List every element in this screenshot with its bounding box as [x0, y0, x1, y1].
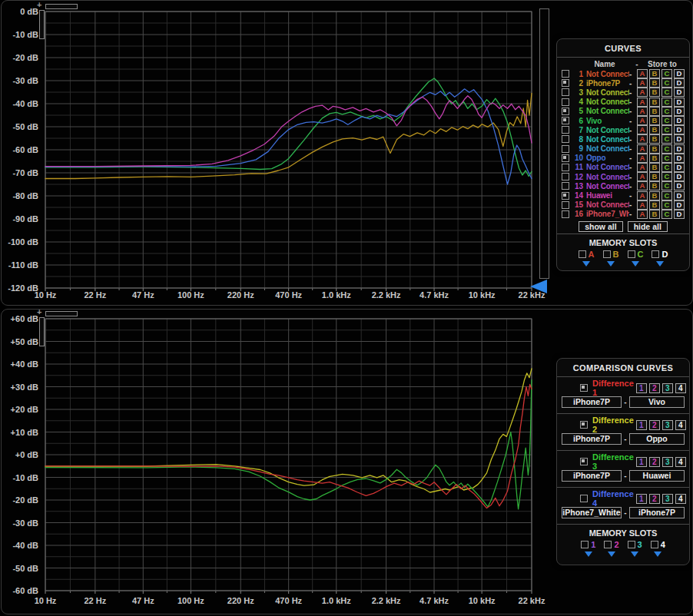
- store-to-b-button[interactable]: B: [649, 144, 660, 154]
- store-to-c-button[interactable]: C: [662, 210, 672, 219]
- zoom-plus-icon[interactable]: +: [37, 308, 41, 316]
- store-to-b-button[interactable]: B: [649, 78, 660, 88]
- store-to-slot-1-button[interactable]: 1: [636, 383, 647, 393]
- store-to-b-button[interactable]: B: [649, 172, 660, 181]
- store-to-d-button[interactable]: D: [674, 172, 685, 181]
- store-to-slot-4-button[interactable]: 4: [675, 383, 686, 393]
- store-to-slot-2-button[interactable]: 2: [649, 420, 660, 430]
- minuend-curve-selector[interactable]: iPhone7_White: [562, 507, 622, 518]
- store-to-a-button[interactable]: A: [637, 88, 648, 97]
- store-to-b-button[interactable]: B: [649, 125, 660, 134]
- store-to-slot-1-button[interactable]: 1: [636, 494, 647, 504]
- difference-visibility-checkbox[interactable]: [580, 421, 588, 429]
- store-to-slot-4-button[interactable]: 4: [675, 494, 686, 504]
- memory-slot-checkbox[interactable]: [652, 250, 659, 258]
- store-to-slot-1-button[interactable]: 1: [636, 457, 647, 467]
- right-scrollbar[interactable]: [539, 8, 549, 279]
- curve-visibility-checkbox[interactable]: [562, 117, 569, 124]
- curve-visibility-checkbox[interactable]: [562, 201, 569, 209]
- difference-visibility-checkbox[interactable]: [580, 384, 588, 392]
- store-to-d-button[interactable]: D: [674, 191, 685, 200]
- store-to-d-button[interactable]: D: [674, 144, 685, 154]
- curve-visibility-checkbox[interactable]: [562, 79, 569, 87]
- memory-slot-checkbox[interactable]: [579, 250, 586, 258]
- store-to-c-button[interactable]: C: [662, 78, 672, 88]
- store-to-c-button[interactable]: C: [662, 88, 672, 97]
- store-to-c-button[interactable]: C: [662, 191, 672, 200]
- store-to-b-button[interactable]: B: [649, 107, 660, 116]
- memory-slot-checkbox[interactable]: [651, 541, 658, 548]
- store-to-b-button[interactable]: B: [649, 191, 660, 200]
- store-to-d-button[interactable]: D: [674, 88, 685, 97]
- vertical-zoom-slider[interactable]: [39, 317, 45, 346]
- minuend-curve-selector[interactable]: iPhone7P: [562, 396, 622, 408]
- store-to-c-button[interactable]: C: [662, 116, 672, 125]
- curve-visibility-checkbox[interactable]: [562, 182, 569, 190]
- store-to-c-button[interactable]: C: [662, 144, 672, 154]
- store-to-a-button[interactable]: A: [637, 134, 648, 144]
- memory-slot-dropdown-icon[interactable]: [654, 551, 662, 557]
- curve-visibility-checkbox[interactable]: [562, 192, 569, 200]
- store-to-d-button[interactable]: D: [674, 181, 685, 190]
- memory-slot-checkbox[interactable]: [628, 250, 635, 258]
- memory-slot-checkbox[interactable]: [628, 541, 635, 548]
- store-to-d-button[interactable]: D: [674, 200, 685, 210]
- store-to-d-button[interactable]: D: [674, 98, 685, 107]
- store-to-c-button[interactable]: C: [662, 181, 672, 190]
- minuend-curve-selector[interactable]: iPhone7P: [562, 433, 622, 445]
- store-to-a-button[interactable]: A: [637, 144, 648, 154]
- curve-visibility-checkbox[interactable]: [562, 88, 569, 96]
- vertical-zoom-slider[interactable]: [39, 10, 45, 39]
- curve-visibility-checkbox[interactable]: [562, 126, 569, 134]
- store-to-d-button[interactable]: D: [674, 69, 685, 78]
- store-to-b-button[interactable]: B: [649, 69, 660, 78]
- store-to-d-button[interactable]: D: [674, 163, 685, 172]
- hide-all-button[interactable]: hide all: [628, 221, 668, 232]
- difference-visibility-checkbox[interactable]: [580, 495, 588, 502]
- store-to-c-button[interactable]: C: [662, 98, 672, 107]
- curve-visibility-checkbox[interactable]: [562, 164, 569, 171]
- minuend-curve-selector[interactable]: iPhone7P: [562, 470, 622, 482]
- store-to-a-button[interactable]: A: [637, 69, 648, 78]
- store-to-b-button[interactable]: B: [649, 134, 660, 144]
- store-to-slot-3-button[interactable]: 3: [662, 457, 673, 467]
- memory-slot-checkbox[interactable]: [581, 541, 589, 548]
- store-to-d-button[interactable]: D: [674, 107, 685, 116]
- store-to-c-button[interactable]: C: [662, 134, 672, 144]
- curve-visibility-checkbox[interactable]: [562, 145, 569, 153]
- store-to-slot-1-button[interactable]: 1: [636, 420, 647, 430]
- store-to-d-button[interactable]: D: [674, 210, 685, 219]
- store-to-a-button[interactable]: A: [637, 78, 648, 88]
- store-to-a-button[interactable]: A: [637, 154, 648, 163]
- store-to-d-button[interactable]: D: [674, 154, 685, 163]
- memory-slot-dropdown-icon[interactable]: [632, 261, 639, 267]
- memory-slot-dropdown-icon[interactable]: [608, 551, 615, 557]
- memory-slot-dropdown-icon[interactable]: [582, 261, 590, 267]
- store-to-b-button[interactable]: B: [649, 154, 660, 163]
- store-to-b-button[interactable]: B: [649, 163, 660, 172]
- store-to-c-button[interactable]: C: [662, 69, 672, 78]
- store-to-a-button[interactable]: A: [637, 163, 648, 172]
- store-to-d-button[interactable]: D: [674, 125, 685, 134]
- store-to-a-button[interactable]: A: [637, 191, 648, 200]
- store-to-c-button[interactable]: C: [662, 172, 672, 181]
- store-to-a-button[interactable]: A: [637, 172, 648, 181]
- curve-visibility-checkbox[interactable]: [562, 98, 569, 106]
- memory-slot-dropdown-icon[interactable]: [656, 261, 664, 267]
- difference-visibility-checkbox[interactable]: [580, 458, 588, 465]
- store-to-d-button[interactable]: D: [674, 78, 685, 88]
- store-to-c-button[interactable]: C: [662, 154, 672, 163]
- store-to-a-button[interactable]: A: [637, 200, 648, 210]
- store-to-c-button[interactable]: C: [662, 163, 672, 172]
- store-to-c-button[interactable]: C: [662, 107, 672, 116]
- memory-slot-dropdown-icon[interactable]: [631, 551, 638, 557]
- store-to-c-button[interactable]: C: [662, 200, 672, 210]
- store-to-a-button[interactable]: A: [637, 125, 648, 134]
- curve-visibility-checkbox[interactable]: [562, 108, 569, 115]
- memory-slot-checkbox[interactable]: [604, 541, 612, 548]
- horizontal-zoom-slider[interactable]: [45, 4, 78, 9]
- memory-slot-dropdown-icon[interactable]: [585, 551, 592, 557]
- store-to-slot-4-button[interactable]: 4: [675, 420, 686, 430]
- store-to-slot-3-button[interactable]: 3: [662, 383, 673, 393]
- store-to-b-button[interactable]: B: [649, 98, 660, 107]
